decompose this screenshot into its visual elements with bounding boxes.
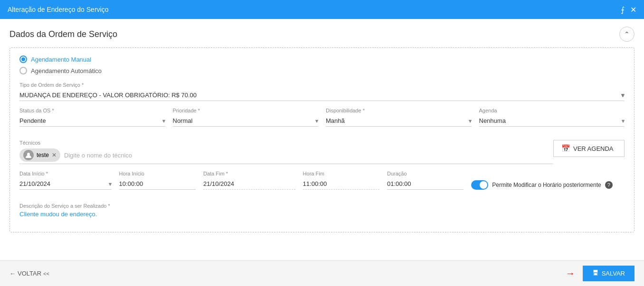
disponibilidade-label: Disponibilidade * bbox=[326, 108, 472, 113]
manual-scheduling-option[interactable]: Agendamento Manual bbox=[19, 55, 625, 63]
title-bar: Alteração de Endereço do Serviço ⨍ ✕ bbox=[0, 0, 644, 19]
tipo-os-label: Tipo de Ordem de Serviço * bbox=[19, 82, 625, 88]
technicians-label: Técnicos bbox=[19, 140, 553, 146]
agenda-chevron-icon: ▾ bbox=[622, 118, 625, 124]
scheduling-radio-group: Agendamento Manual Agendamento Automátic… bbox=[19, 55, 625, 74]
toggle-row: Permite Modificar o Horário posteriormen… bbox=[471, 180, 612, 190]
tipo-os-select[interactable]: MUDANÇA DE ENDEREÇO - VALOR OBRIGATÓRIO:… bbox=[19, 90, 625, 101]
ver-agenda-button[interactable]: 📅 VER AGENDA bbox=[553, 140, 625, 157]
desc-label: Descrição do Serviço a ser Realizado * bbox=[19, 203, 625, 209]
automatic-radio-button[interactable] bbox=[19, 67, 27, 74]
status-os-label: Status da OS * bbox=[19, 108, 165, 113]
tech-chip: teste ✕ bbox=[19, 148, 60, 162]
four-col-row: Status da OS * ▾ Prioridade * ▾ Disponib… bbox=[19, 108, 625, 133]
technicians-row: Técnicos teste ✕ Digite o nome do técnic… bbox=[19, 140, 625, 164]
back-chevrons: << bbox=[43, 271, 49, 277]
disponibilidade-input[interactable] bbox=[326, 115, 472, 127]
data-inicio-wrapper: ▾ bbox=[19, 178, 112, 190]
hora-inicio-field: Hora Início bbox=[119, 171, 196, 190]
data-fim-field: Data Fim * bbox=[203, 171, 295, 190]
agenda-field: Agenda ▾ bbox=[479, 108, 625, 127]
tipo-os-value: MUDANÇA DE ENDEREÇO - VALOR OBRIGATÓRIO:… bbox=[19, 92, 197, 99]
agenda-select-wrapper: ▾ bbox=[479, 115, 625, 127]
hora-fim-input bbox=[303, 178, 379, 190]
save-button[interactable]: SALVAR bbox=[583, 266, 635, 281]
footer: ← VOLTAR << → SALVAR bbox=[0, 260, 644, 286]
save-icon bbox=[592, 269, 599, 277]
status-chevron-icon: ▾ bbox=[162, 118, 165, 124]
tech-avatar bbox=[23, 150, 34, 160]
manual-radio-button[interactable] bbox=[19, 55, 27, 63]
ver-agenda-label: VER AGENDA bbox=[573, 145, 614, 152]
hora-fim-field: Hora Fim bbox=[303, 171, 379, 190]
duracao-input[interactable] bbox=[387, 178, 464, 190]
status-os-field: Status da OS * ▾ bbox=[19, 108, 165, 127]
duracao-field: Duração bbox=[387, 171, 464, 190]
data-inicio-chevron: ▾ bbox=[109, 181, 112, 187]
main-content: Dados da Ordem de Serviço ⌃ Agendamento … bbox=[0, 19, 644, 260]
duracao-label: Duração bbox=[387, 171, 464, 176]
disponibilidade-chevron-icon: ▾ bbox=[469, 118, 472, 124]
help-icon[interactable]: ? bbox=[605, 181, 613, 189]
svg-rect-2 bbox=[594, 270, 597, 272]
dialog-title: Alteração de Endereço do Serviço bbox=[8, 6, 108, 13]
prioridade-select-wrapper: ▾ bbox=[173, 115, 319, 127]
data-fim-label: Data Fim * bbox=[203, 171, 295, 176]
description-field: Descrição do Serviço a ser Realizado * C… bbox=[19, 203, 625, 218]
hora-inicio-label: Hora Início bbox=[119, 171, 196, 176]
save-arrow-indicator: → bbox=[566, 268, 575, 279]
prioridade-input[interactable] bbox=[173, 115, 319, 127]
prioridade-label: Prioridade * bbox=[173, 108, 319, 113]
collapse-button[interactable]: ⌃ bbox=[619, 27, 635, 42]
tech-name: teste bbox=[37, 152, 49, 158]
resize-icon[interactable]: ⨍ bbox=[621, 5, 625, 14]
tech-remove-icon[interactable]: ✕ bbox=[52, 152, 57, 158]
data-fim-input bbox=[203, 178, 295, 190]
hora-fim-label: Hora Fim bbox=[303, 171, 379, 176]
desc-value[interactable]: Cliente mudou de endereço. bbox=[19, 211, 625, 218]
automatic-scheduling-label: Agendamento Automático bbox=[31, 67, 102, 74]
toggle-field: Permite Modificar o Horário posteriormen… bbox=[471, 180, 625, 190]
modificar-horario-toggle[interactable] bbox=[471, 180, 488, 190]
close-icon[interactable]: ✕ bbox=[630, 5, 636, 14]
prioridade-field: Prioridade * ▾ bbox=[173, 108, 319, 127]
agenda-label: Agenda bbox=[479, 108, 625, 113]
tipo-os-select-wrapper: MUDANÇA DE ENDEREÇO - VALOR OBRIGATÓRIO:… bbox=[19, 90, 625, 101]
prioridade-chevron-icon: ▾ bbox=[315, 118, 318, 124]
form-container: Agendamento Manual Agendamento Automátic… bbox=[9, 47, 635, 232]
back-button[interactable]: ← VOLTAR << bbox=[9, 270, 49, 277]
section-header: Dados da Ordem de Serviço ⌃ bbox=[9, 27, 635, 42]
automatic-scheduling-option[interactable]: Agendamento Automático bbox=[19, 67, 625, 74]
save-label: SALVAR bbox=[602, 270, 625, 277]
toggle-label: Permite Modificar o Horário posteriormen… bbox=[492, 182, 601, 188]
data-inicio-field: Data Início * ▾ bbox=[19, 171, 112, 190]
svg-rect-3 bbox=[594, 273, 597, 275]
status-os-input[interactable] bbox=[19, 115, 165, 127]
back-arrow-icon: ← bbox=[9, 270, 16, 277]
tech-input-placeholder[interactable]: Digite o nome do técnico bbox=[64, 152, 132, 159]
manual-scheduling-label: Agendamento Manual bbox=[31, 56, 91, 63]
tipo-os-field: Tipo de Ordem de Serviço * MUDANÇA DE EN… bbox=[19, 82, 625, 101]
technicians-left: Técnicos teste ✕ Digite o nome do técnic… bbox=[19, 140, 553, 164]
hora-inicio-input[interactable] bbox=[119, 178, 196, 190]
agenda-input[interactable] bbox=[479, 115, 625, 127]
back-label: VOLTAR bbox=[18, 270, 41, 277]
section-title: Dados da Ordem de Serviço bbox=[9, 29, 117, 39]
disponibilidade-field: Disponibilidade * ▾ bbox=[326, 108, 472, 127]
title-bar-actions: ⨍ ✕ bbox=[621, 5, 636, 14]
technicians-input-area[interactable]: teste ✕ Digite o nome do técnico bbox=[19, 148, 553, 164]
disponibilidade-select-wrapper: ▾ bbox=[326, 115, 472, 127]
data-inicio-label: Data Início * bbox=[19, 171, 112, 176]
data-inicio-input[interactable] bbox=[19, 178, 112, 190]
footer-right: → SALVAR bbox=[566, 266, 635, 281]
status-os-select-wrapper: ▾ bbox=[19, 115, 165, 127]
datetime-row: Data Início * ▾ Hora Início Data Fim * H… bbox=[19, 171, 625, 196]
tipo-os-chevron: ▾ bbox=[621, 92, 625, 99]
calendar-icon: 📅 bbox=[561, 144, 570, 153]
